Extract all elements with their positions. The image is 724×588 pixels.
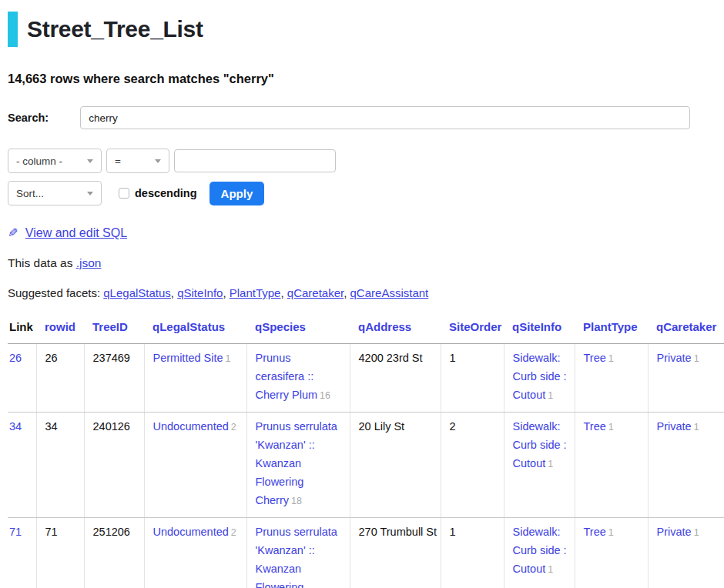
cell-qspecies: Prunus serrulata 'Kwanzan' :: Kwanzan Fl… bbox=[246, 518, 350, 588]
cell-treeid: 240126 bbox=[84, 413, 144, 518]
facet-link-qlegalstatus[interactable]: qLegalStatus bbox=[103, 286, 171, 299]
search-input[interactable] bbox=[80, 106, 690, 129]
cell-link: 26 bbox=[8, 344, 36, 413]
cell-qcaretaker: Private1 bbox=[648, 344, 724, 413]
planttype-link[interactable]: Tree bbox=[584, 352, 606, 364]
facet-link-qsiteinfo[interactable]: qSiteInfo bbox=[177, 286, 223, 299]
qcaretaker-link[interactable]: Private bbox=[657, 420, 692, 433]
cell-treeid: 251206 bbox=[84, 518, 144, 588]
column-header-siteorder: SiteOrder bbox=[441, 314, 504, 344]
cell-rowid: 34 bbox=[36, 413, 84, 518]
facet-count: 2 bbox=[231, 527, 236, 538]
column-header-qcaretaker: qCaretaker bbox=[648, 314, 724, 344]
facet-count: 16 bbox=[320, 390, 330, 401]
qsiteinfo-link[interactable]: Sidewalk: Curb side : Cutout bbox=[513, 420, 567, 469]
qlegalstatus-link[interactable]: Undocumented bbox=[153, 526, 229, 538]
cell-planttype: Tree1 bbox=[575, 344, 648, 413]
chevron-down-icon bbox=[155, 159, 161, 163]
descending-checkbox[interactable] bbox=[119, 188, 129, 199]
json-link[interactable]: .json bbox=[76, 256, 102, 269]
facet-link-qcaretaker[interactable]: qCaretaker bbox=[287, 286, 344, 299]
facet-count: 1 bbox=[226, 353, 231, 364]
operator-select-value: = bbox=[115, 155, 121, 167]
column-header-rowid: rowid bbox=[36, 314, 84, 344]
facet-count: 1 bbox=[608, 527, 614, 538]
row-link[interactable]: 26 bbox=[9, 352, 22, 364]
cell-rowid: 26 bbox=[36, 344, 84, 413]
cell-qsiteinfo: Sidewalk: Curb side : Cutout1 bbox=[504, 518, 575, 588]
sort-column-qsiteinfo[interactable]: qSiteInfo bbox=[512, 320, 561, 333]
facets-prefix: Suggested facets: bbox=[8, 286, 100, 299]
apply-button[interactable]: Apply bbox=[209, 182, 265, 205]
cell-planttype: Tree1 bbox=[575, 518, 648, 588]
cell-link: 71 bbox=[8, 518, 36, 588]
accent-bar bbox=[8, 12, 18, 47]
column-header-qspecies: qSpecies bbox=[246, 314, 350, 344]
cell-siteorder: 2 bbox=[441, 413, 504, 518]
sort-column-planttype[interactable]: PlantType bbox=[583, 320, 638, 333]
cell-qaddress: 270 Trumbull St bbox=[350, 518, 441, 588]
facet-count: 1 bbox=[694, 527, 699, 538]
qspecies-link[interactable]: Prunus serrulata 'Kwanzan' :: Kwanzan Fl… bbox=[256, 420, 337, 506]
sort-column-treeid[interactable]: TreeID bbox=[92, 320, 128, 333]
sort-column-qaddress[interactable]: qAddress bbox=[358, 320, 411, 333]
facet-count: 1 bbox=[694, 353, 699, 364]
sort-column-qlegalstatus[interactable]: qLegalStatus bbox=[153, 320, 225, 333]
facet-count: 1 bbox=[694, 422, 699, 433]
qcaretaker-link[interactable]: Private bbox=[657, 352, 692, 364]
sort-column-rowid[interactable]: rowid bbox=[45, 320, 75, 333]
qlegalstatus-link[interactable]: Undocumented bbox=[153, 420, 229, 433]
qsiteinfo-link[interactable]: Sidewalk: Curb side : Cutout bbox=[513, 526, 567, 575]
chevron-down-icon bbox=[87, 159, 93, 163]
qspecies-link[interactable]: Prunus serrulata 'Kwanzan' :: Kwanzan Fl… bbox=[256, 526, 337, 588]
page-title: Street_Tree_List bbox=[27, 16, 203, 42]
column-header-qaddress: qAddress bbox=[350, 314, 441, 344]
column-header-planttype: PlantType bbox=[575, 314, 648, 344]
qspecies-link[interactable]: Prunus cerasifera :: Cherry Plum bbox=[256, 352, 318, 401]
sort-column-qcaretaker[interactable]: qCaretaker bbox=[656, 320, 716, 333]
cell-siteorder: 1 bbox=[441, 344, 504, 413]
facet-count: 1 bbox=[548, 564, 553, 575]
cell-rowid: 71 bbox=[36, 518, 84, 588]
cell-planttype: Tree1 bbox=[575, 413, 648, 518]
facet-separator: , bbox=[280, 286, 287, 299]
sort-row: Sort... descending Apply bbox=[8, 181, 724, 205]
sort-column-qspecies[interactable]: qSpecies bbox=[255, 320, 306, 333]
view-edit-sql-link[interactable]: View and edit SQL bbox=[25, 226, 127, 239]
data-as-row: This data as .json bbox=[8, 256, 724, 270]
column-header-qlegalstatus: qLegalStatus bbox=[144, 314, 246, 344]
facet-link-planttype[interactable]: PlantType bbox=[230, 286, 281, 299]
facet-count: 1 bbox=[608, 353, 614, 364]
cell-qspecies: Prunus cerasifera :: Cherry Plum16 bbox=[246, 344, 350, 413]
search-form: Search: bbox=[8, 106, 724, 129]
facet-link-qcareassistant[interactable]: qCareAssistant bbox=[350, 286, 429, 299]
facet-count: 1 bbox=[548, 390, 553, 401]
cell-qspecies: Prunus serrulata 'Kwanzan' :: Kwanzan Fl… bbox=[246, 413, 350, 518]
planttype-link[interactable]: Tree bbox=[584, 526, 606, 538]
sort-select[interactable]: Sort... bbox=[8, 181, 102, 205]
cell-qsiteinfo: Sidewalk: Curb side : Cutout1 bbox=[504, 413, 575, 518]
planttype-link[interactable]: Tree bbox=[584, 420, 606, 433]
cell-qaddress: 20 Lily St bbox=[350, 413, 441, 518]
qcaretaker-link[interactable]: Private bbox=[657, 526, 692, 538]
suggested-facets-row: Suggested facets: qLegalStatus, qSiteInf… bbox=[8, 286, 724, 299]
operator-select[interactable]: = bbox=[106, 149, 169, 173]
cell-qcaretaker: Private1 bbox=[648, 413, 724, 518]
row-link[interactable]: 71 bbox=[9, 526, 22, 538]
column-select[interactable]: - column - bbox=[8, 149, 102, 173]
facet-separator: , bbox=[223, 286, 229, 299]
table-row: 71 71 251206 Undocumented2 Prunus serrul… bbox=[8, 518, 724, 588]
row-link[interactable]: 34 bbox=[9, 420, 22, 433]
cell-qlegalstatus: Permitted Site1 bbox=[144, 344, 246, 413]
filter-value-input[interactable] bbox=[174, 149, 336, 172]
qlegalstatus-link[interactable]: Permitted Site bbox=[153, 352, 223, 364]
facet-count: 18 bbox=[291, 496, 302, 506]
pencil-icon: ✎ bbox=[8, 226, 18, 240]
header-row: Link rowid TreeID qLegalStatus qSpecies … bbox=[8, 314, 724, 344]
sort-column-siteorder[interactable]: SiteOrder bbox=[449, 320, 501, 333]
facet-separator: , bbox=[344, 286, 350, 299]
cell-siteorder: 1 bbox=[441, 518, 504, 588]
qsiteinfo-link[interactable]: Sidewalk: Curb side : Cutout bbox=[513, 352, 567, 401]
cell-link: 34 bbox=[8, 413, 36, 518]
descending-label[interactable]: descending bbox=[135, 187, 197, 199]
